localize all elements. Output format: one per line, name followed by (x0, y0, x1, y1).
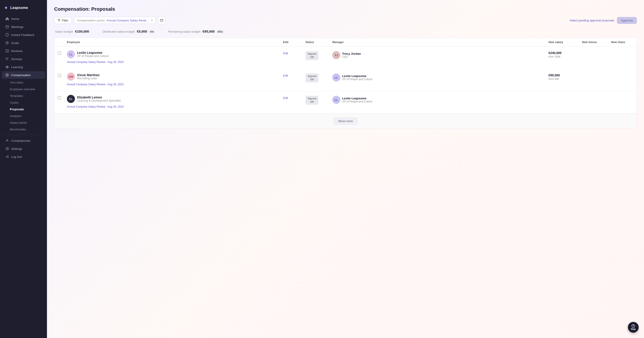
sidebar-sub-item-analytics[interactable]: Analytics (2, 113, 45, 119)
chip-close-icon[interactable]: × (151, 18, 153, 22)
calendar-button[interactable] (158, 16, 166, 24)
salary-budget-value: €100,000 (75, 29, 89, 33)
row1-emp-name: Leslie Leapsome (77, 51, 109, 54)
sidebar-item-goals[interactable]: Goals (2, 39, 45, 47)
row1-status-badge: SignedOff (306, 51, 318, 60)
row2-emp-role: Recruiting Lead (77, 77, 100, 80)
sidebar-label-learning: Learning (11, 65, 23, 69)
sidebar-item-learning[interactable]: Learning (2, 63, 45, 71)
row1-salary-value: €240,000 (548, 50, 562, 55)
th-employee: Employee (63, 41, 280, 44)
row1-manager-role: CEO (342, 55, 361, 58)
show-more-button[interactable]: Show more (334, 117, 358, 125)
row2-edit-cell: Edit (280, 73, 302, 77)
row2-manager-role: VP of People and Culture (342, 78, 372, 81)
row1-edit-link[interactable]: Edit (283, 50, 288, 55)
th-edit: Edit (280, 41, 302, 44)
row2-cycle-link[interactable]: Annual Company Salary Review - Aug 28, 2… (67, 83, 124, 86)
sidebar: Leapsome Home Meetings Instant Feedback … (0, 0, 47, 338)
sidebar-item-home[interactable]: Home (2, 15, 45, 22)
sidebar-label-surveys: Surveys (11, 57, 22, 61)
row3-manager-name: Leslie Leapsome (342, 97, 372, 100)
sidebar-item-logout[interactable]: Log Out (2, 153, 45, 161)
row1-emp-role: VP of People and Culture (77, 54, 109, 58)
row2-checkbox-cell (54, 73, 63, 77)
sidebar-item-competencies[interactable]: Competencies (2, 137, 45, 145)
home-icon (5, 17, 9, 20)
help-button[interactable]: Help (628, 322, 639, 333)
filter-icon (58, 19, 60, 22)
row3-edit-cell: Edit (280, 95, 302, 100)
page-title: Compensation: Proposals (54, 6, 637, 12)
row3-emp-role: Learning & Development Specialist (77, 99, 121, 102)
row3-manager-cell: LL Leslie Leapsome VP of People and Cult… (329, 95, 545, 104)
row2-manager-avatar: LL (332, 73, 340, 81)
sidebar-item-surveys[interactable]: Surveys (2, 55, 45, 63)
row2-checkbox[interactable] (58, 74, 61, 77)
sidebar-item-settings[interactable]: Settings (2, 145, 45, 153)
row1-manager-cell: TJ Tracy Jordan CEO (329, 50, 545, 59)
sidebar-item-reviews[interactable]: Reviews (2, 47, 45, 55)
distributed-pct: 5% (149, 30, 155, 33)
app-logo[interactable]: Leapsome (0, 3, 47, 15)
row1-checkbox[interactable] (58, 52, 61, 55)
filter-label: Filter (62, 19, 68, 22)
select-pending-link[interactable]: Select pending approval proposals (570, 19, 614, 22)
remaining-budget: Remaining salary budget €95,000 95% (168, 29, 224, 33)
leapsome-logo-icon (4, 5, 8, 10)
sidebar-sub-item-your-tasks[interactable]: Your tasks (2, 79, 45, 86)
sidebar-sub-item-benchmarks[interactable]: Benchmarks (2, 126, 45, 133)
sidebar-label-competencies: Competencies (11, 139, 30, 143)
sidebar-divider-1 (4, 135, 44, 135)
remaining-value: €95,000 (202, 29, 215, 33)
sidebar-sub-item-templates[interactable]: Templates (2, 93, 45, 99)
th-new-salary: New salary (545, 41, 578, 44)
row3-status-cell: SignedOff (302, 95, 329, 105)
sidebar-item-meetings[interactable]: Meetings (2, 23, 45, 31)
row1-manager-name: Tracy Jordan (342, 52, 361, 55)
sidebar-sub-item-cycles[interactable]: Cycles (2, 99, 45, 106)
remaining-pct: 95% (217, 30, 224, 33)
filter-button[interactable]: Filter (54, 17, 72, 24)
approve-button[interactable]: Approve (617, 17, 637, 24)
row1-edit-cell: Edit (280, 50, 302, 55)
row2-avatar: OM (67, 73, 75, 81)
salary-budget-label: Salary budget (55, 30, 73, 33)
row2-emp-name: Oscar Martinez (77, 73, 100, 77)
row2-edit-link[interactable]: Edit (283, 73, 288, 77)
settings-icon (5, 147, 9, 151)
row1-manager-avatar: TJ (332, 51, 340, 59)
distributed-label: Distributed salary budget (102, 30, 134, 33)
row3-manager-role: VP of People and Culture (342, 100, 372, 103)
table-header: Employee Edit Status Manager New salary … (54, 38, 636, 47)
row1-employee: LL Leslie Leapsome VP of People and Cult… (63, 50, 280, 64)
sidebar-sub-item-salary-bands[interactable]: Salary bands (2, 119, 45, 126)
compensation-icon (5, 73, 9, 77)
reviews-icon (5, 49, 9, 53)
toolbar-right: Select pending approval proposals Approv… (570, 17, 637, 24)
row3-avatar: EL (67, 95, 75, 103)
row3-cycle-link[interactable]: Annual Company Salary Review - Aug 28, 2… (67, 105, 124, 108)
sidebar-item-instant-feedback[interactable]: Instant Feedback (2, 31, 45, 39)
sidebar-sub-item-employee-overview[interactable]: Employee overview (2, 86, 45, 92)
row2-salary-from: from 90k (548, 77, 559, 81)
competencies-icon (5, 139, 9, 143)
compensation-sub-menu: Your tasks Employee overview Templates C… (0, 79, 47, 133)
row3-status-badge: SignedOff (306, 96, 318, 105)
row3-checkbox-cell (54, 95, 63, 99)
sidebar-label-goals: Goals (11, 41, 19, 45)
row3-edit-link[interactable]: Edit (283, 95, 288, 100)
svg-point-5 (7, 140, 8, 141)
row2-manager-name: Leslie Leapsome (342, 74, 372, 78)
show-more-container: Show more (54, 114, 636, 128)
row3-employee: EL Elizabeth Lemon Learning & Developmen… (63, 95, 280, 108)
filter-chip[interactable]: Compensation cycles: Annual Company Sala… (74, 17, 156, 24)
sidebar-sub-item-proposals[interactable]: Proposals (2, 106, 45, 113)
goals-icon (5, 41, 9, 45)
row1-salary-cell: €240,000 from 240k (545, 50, 578, 58)
row1-cycle-link[interactable]: Annual Company Salary Review - Aug 28, 2… (67, 60, 124, 64)
sidebar-label-logout: Log Out (11, 155, 22, 159)
sidebar-item-compensation[interactable]: Compensation (2, 71, 45, 79)
row3-checkbox[interactable] (58, 96, 61, 99)
main-content: Compensation: Proposals Filter Compensat… (47, 0, 644, 338)
